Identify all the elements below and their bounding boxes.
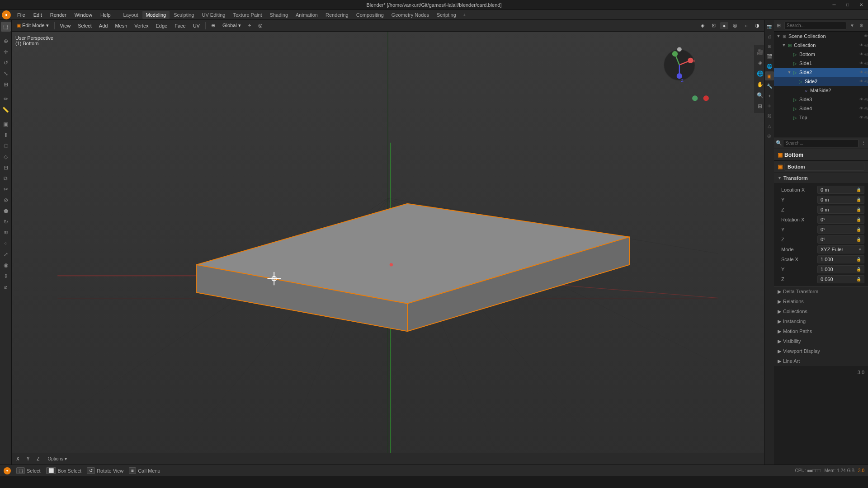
location-y-lock[interactable]: 🔒	[856, 197, 861, 202]
side1-vis1[interactable]: 👁	[859, 61, 863, 66]
tool-poly-build[interactable]: ⬟	[1, 206, 11, 216]
rotation-x-field[interactable]: 0° 🔒	[817, 216, 864, 224]
outliner-matside2-item[interactable]: ○ MatSide2	[774, 86, 868, 95]
workspace-sculpting[interactable]: Sculpting	[170, 11, 198, 19]
side2s-vis2[interactable]: ◎	[864, 79, 868, 84]
select-menu[interactable]: Select	[75, 22, 94, 29]
tool-move[interactable]: ✛	[1, 47, 11, 57]
location-z-lock[interactable]: 🔒	[856, 207, 861, 212]
uv-menu[interactable]: UV	[190, 22, 203, 29]
view-menu[interactable]: View	[57, 22, 74, 29]
outliner-top-item[interactable]: ▷ Top 👁 ◎	[774, 113, 868, 122]
prop-render-icon[interactable]: 📷	[765, 22, 774, 31]
menu-help[interactable]: Help	[97, 11, 114, 19]
xray-toggle[interactable]: ⊡	[709, 22, 718, 29]
outliner-bottom-item[interactable]: ▷ Bottom 👁 ◎	[774, 50, 868, 59]
side3-vis2[interactable]: ◎	[864, 97, 868, 102]
transform-section-header[interactable]: ▼ Transform	[774, 173, 868, 183]
viewport-render-icon[interactable]: ◈	[755, 58, 764, 68]
close-button[interactable]: ✕	[854, 0, 868, 10]
edge-menu[interactable]: Edge	[153, 22, 170, 29]
tool-measure[interactable]: 📏	[1, 105, 11, 115]
instancing-section[interactable]: ▶ Instancing	[774, 316, 868, 326]
side2s-vis1[interactable]: 👁	[859, 79, 863, 84]
vertex-menu[interactable]: Vertex	[132, 22, 151, 29]
workspace-compositing[interactable]: Compositing	[353, 11, 387, 19]
workspace-rendering[interactable]: Rendering	[322, 11, 352, 19]
visibility-section[interactable]: ▶ Visibility	[774, 336, 868, 346]
prop-modifier-icon[interactable]: 🔧	[765, 81, 774, 90]
tool-inset[interactable]: ⬡	[1, 141, 11, 151]
tool-scale[interactable]: ⤡	[1, 69, 11, 79]
add-menu[interactable]: Add	[96, 22, 111, 29]
location-x-lock[interactable]: 🔒	[856, 188, 861, 192]
prop-scene-icon[interactable]: 🎬	[765, 52, 774, 61]
outliner-side3-item[interactable]: ▷ Side3 👁 ◎	[774, 95, 868, 104]
tool-add-cube[interactable]: ▣	[1, 119, 11, 129]
face-menu[interactable]: Face	[172, 22, 188, 29]
location-z-field[interactable]: 0 m 🔒	[817, 206, 864, 214]
outliner-side4-item[interactable]: ▷ Side4 👁 ◎	[774, 104, 868, 113]
menu-file[interactable]: File	[14, 11, 29, 19]
outliner-side2-mesh-item[interactable]: ▷ Side2 👁 ◎	[774, 77, 868, 86]
transform-orient[interactable]: Global ▾	[220, 22, 244, 29]
side1-vis2[interactable]: ◎	[864, 61, 868, 66]
collections-section[interactable]: ▶ Collections	[774, 306, 868, 316]
pivot-selector[interactable]: ⊕	[208, 22, 218, 29]
viewport-display-section[interactable]: ▶ Viewport Display	[774, 346, 868, 356]
outliner-search-input[interactable]	[784, 22, 846, 30]
workspace-modeling[interactable]: Modeling	[142, 11, 170, 19]
outliner-side1-item[interactable]: ▷ Side1 👁 ◎	[774, 59, 868, 68]
side4-vis2[interactable]: ◎	[864, 106, 868, 111]
mesh-menu[interactable]: Mesh	[112, 22, 130, 29]
workspace-animation[interactable]: Animation	[292, 11, 321, 19]
snapping[interactable]: ⌖	[245, 22, 254, 29]
menu-render[interactable]: Render	[47, 11, 70, 19]
rotation-mode-field[interactable]: XYZ Euler ▾	[817, 245, 864, 253]
tool-shrink-fatten[interactable]: ◉	[1, 260, 11, 270]
viewport-world-icon[interactable]: 🌐	[755, 69, 764, 79]
object-name-field[interactable]: Bottom	[784, 163, 864, 171]
rotation-y-field[interactable]: 0° 🔒	[817, 225, 864, 234]
rotation-z-field[interactable]: 0° 🔒	[817, 235, 864, 244]
prop-particles-icon[interactable]: ✦	[765, 91, 774, 100]
properties-search-input[interactable]	[783, 139, 859, 147]
prop-data-icon[interactable]: △	[765, 121, 774, 130]
relations-section[interactable]: ▶ Relations	[774, 296, 868, 306]
tool-knife[interactable]: ✂	[1, 184, 11, 194]
mode-selector[interactable]: ▣ Edit Mode ▾	[14, 22, 52, 29]
line-art-section[interactable]: ▶ Line Art	[774, 356, 868, 366]
viewport-camera-icon[interactable]: 🎥	[755, 47, 764, 57]
scale-z-field[interactable]: 0.060 🔒	[817, 275, 864, 283]
vis-eye[interactable]: 👁	[864, 34, 868, 38]
scale-y-field[interactable]: 1.000 🔒	[817, 265, 864, 273]
location-y-field[interactable]: 0 m 🔒	[817, 196, 864, 204]
side2-vis1[interactable]: 👁	[859, 70, 863, 75]
add-workspace-button[interactable]: +	[460, 11, 468, 19]
xyz-toggle-x[interactable]: X	[14, 455, 22, 462]
shading-matcap[interactable]: ◎	[730, 22, 740, 29]
col-vis-render[interactable]: ◎	[864, 43, 868, 47]
prop-world-icon[interactable]: 🌐	[765, 61, 774, 70]
prop-physics-icon[interactable]: ⚛	[765, 101, 774, 110]
bottom-vis1[interactable]: 👁	[859, 52, 863, 56]
rotation-y-lock[interactable]: 🔒	[856, 227, 861, 232]
tool-select[interactable]: ⬚	[1, 22, 11, 32]
rotation-z-lock[interactable]: 🔒	[856, 237, 861, 242]
shading-render[interactable]: ○	[742, 22, 750, 29]
motion-paths-section[interactable]: ▶ Motion Paths	[774, 326, 868, 336]
proportional-edit[interactable]: ◎	[255, 22, 265, 29]
tool-bevel[interactable]: ◇	[1, 152, 11, 162]
menu-edit[interactable]: Edit	[30, 11, 46, 19]
tool-smooth[interactable]: ≋	[1, 228, 11, 238]
tool-extrude[interactable]: ⬆	[1, 130, 11, 140]
delta-transform-section[interactable]: ▶ Delta Transform	[774, 286, 868, 296]
workspace-uv-editing[interactable]: UV Editing	[198, 11, 229, 19]
xyzlocal-toggle[interactable]: Y	[24, 455, 33, 462]
properties-options-icon[interactable]: ⋮	[861, 140, 866, 146]
shading-solid[interactable]: ●	[720, 22, 729, 29]
outliner-side2-item[interactable]: ▼ ▷ Side2 👁 ◎	[774, 68, 868, 77]
prop-output-icon[interactable]: 🖨	[765, 32, 774, 41]
viewport-layers-icon[interactable]: ⊞	[755, 101, 764, 111]
tool-spin[interactable]: ↻	[1, 217, 11, 227]
